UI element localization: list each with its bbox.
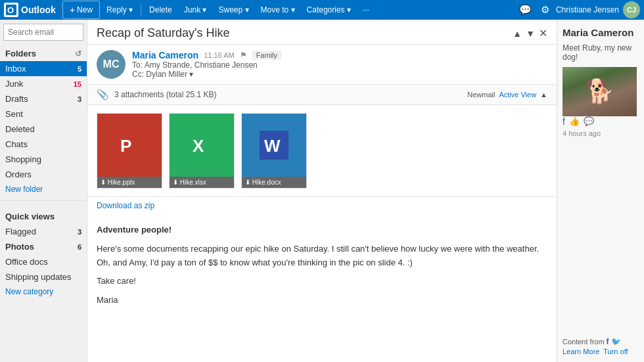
shopping-label: Shopping: [5, 154, 41, 164]
right-panel: Maria Cameron Meet Ruby, my new dog! f 👍…: [557, 20, 644, 362]
email-to: To: Amy Strande, Christiane Jensen: [132, 60, 547, 70]
categories-button[interactable]: Categories ▾: [302, 1, 356, 19]
attachment-pptx[interactable]: P ⬇ Hike.pptx: [97, 113, 162, 189]
flagged-badge: 3: [78, 228, 81, 236]
junk-button[interactable]: Junk ▾: [179, 1, 212, 19]
body-line4: Maria: [97, 294, 547, 307]
nav-down-button[interactable]: ▼: [526, 28, 535, 39]
junk-label: Junk: [5, 79, 23, 89]
refresh-icon[interactable]: ↺: [75, 49, 81, 58]
learn-more-link[interactable]: Learn More: [563, 348, 599, 355]
social-actions: f 👍 💬: [563, 116, 639, 127]
sidebar-item-flagged[interactable]: Flagged 3: [0, 224, 87, 239]
junk-label: Junk ▾: [184, 5, 207, 14]
svg-text:P: P: [120, 136, 131, 156]
pptx-icon: P: [97, 114, 162, 177]
sidebar-item-sent[interactable]: Sent: [0, 106, 87, 122]
main-layout: 🔍 Folders ↺ Inbox 5 Junk 15 Drafts 3 Sen…: [0, 20, 644, 362]
new-button[interactable]: + New: [62, 1, 100, 19]
email-time: 11:16 AM: [204, 51, 234, 59]
delete-label: Delete: [149, 5, 172, 14]
paperclip-icon: 📎: [97, 89, 109, 101]
folders-label: Folders: [5, 49, 36, 58]
facebook-small-icon: f: [607, 337, 609, 346]
inbox-badge: 5: [78, 65, 81, 73]
sender-avatar-inner: MC: [97, 50, 126, 79]
download-zip-link[interactable]: Download as zip: [87, 197, 557, 214]
new-category-link[interactable]: New category: [0, 284, 87, 299]
turn-off-link[interactable]: Turn off: [603, 348, 628, 355]
new-folder-link[interactable]: New folder: [0, 182, 87, 196]
footer-links: Learn More Turn off: [563, 348, 639, 355]
attachment-docx[interactable]: W ⬇ Hike.docx: [241, 113, 307, 189]
sidebar-item-deleted[interactable]: Deleted: [0, 122, 87, 137]
twitter-small-icon: 🐦: [611, 337, 621, 346]
outlook-icon: O: [4, 3, 18, 17]
sent-label: Sent: [5, 109, 23, 119]
sidebar-item-photos[interactable]: Photos 6: [0, 239, 87, 254]
facebook-icon[interactable]: f: [563, 116, 565, 127]
email-meta-details: Maria Cameron 11:16 AM ⚑ Family To: Amy …: [132, 50, 547, 79]
orders-label: Orders: [5, 170, 32, 179]
attachments-count: 3 attachments (total 25.1 KB): [114, 90, 216, 99]
xlsx-icon: X: [170, 114, 234, 177]
pptx-label: ⬇ Hike.pptx: [97, 177, 162, 188]
move-to-label: Move to ▾: [261, 5, 295, 14]
pptx-filename: Hike.pptx: [108, 179, 135, 186]
sidebar-item-office-docs[interactable]: Office docs: [0, 254, 87, 269]
sidebar-item-chats[interactable]: Chats: [0, 137, 87, 152]
chats-label: Chats: [5, 139, 28, 149]
person-name: Maria Cameron: [563, 26, 639, 39]
more-button[interactable]: ···: [357, 1, 375, 19]
email-body: Adventure people! Here's some documents …: [87, 214, 557, 322]
email-subject: Recap of Saturday's Hike: [97, 26, 230, 40]
body-line2: Here's some documents recapping our epic…: [97, 242, 547, 270]
sender-name[interactable]: Maria Cameron: [132, 50, 198, 60]
chevron-up-icon[interactable]: ▲: [540, 91, 547, 99]
app-name: Outlook: [21, 5, 56, 15]
reply-button[interactable]: Reply ▾: [101, 1, 138, 19]
email-category: Family: [252, 51, 281, 60]
move-to-button[interactable]: Move to ▾: [256, 1, 300, 19]
email-cc[interactable]: Cc: Dylan Miller ▾: [132, 70, 547, 79]
sidebar-item-drafts[interactable]: Drafts 3: [0, 91, 87, 106]
sidebar-item-orders[interactable]: Orders: [0, 167, 87, 182]
svg-text:O: O: [7, 5, 14, 15]
like-icon[interactable]: 👍: [569, 116, 580, 126]
newmail-label: Newmail: [467, 91, 495, 99]
attachment-xlsx[interactable]: X ⬇ Hike.xlsx: [169, 113, 235, 189]
toolbar-divider-1: [141, 3, 141, 16]
download-icon-xlsx: ⬇: [173, 179, 180, 186]
office-docs-label: Office docs: [5, 257, 48, 267]
email-content-area: Recap of Saturday's Hike ▲ ▼ ✕ MC Maria …: [87, 20, 557, 362]
sidebar-item-junk[interactable]: Junk 15: [0, 76, 87, 91]
user-name: Christiane Jensen: [556, 5, 619, 14]
xlsx-label: ⬇ Hike.xlsx: [170, 177, 234, 188]
svg-text:W: W: [264, 136, 281, 156]
drafts-badge: 3: [78, 95, 81, 103]
toolbar-right: 💬 ⚙ Christiane Jensen CJ: [517, 1, 640, 18]
active-view-link[interactable]: Active View: [499, 91, 536, 99]
reply-label: Reply ▾: [106, 5, 133, 14]
sweep-button[interactable]: Sweep ▾: [213, 1, 254, 19]
attachments-left: 📎 3 attachments (total 25.1 KB): [97, 89, 216, 101]
flag-icon[interactable]: ⚑: [240, 51, 247, 60]
sidebar-item-inbox[interactable]: Inbox 5: [0, 61, 87, 76]
search-box[interactable]: 🔍: [3, 24, 83, 41]
flagged-label: Flagged: [5, 227, 36, 237]
sidebar-item-shopping[interactable]: Shopping: [0, 152, 87, 167]
sweep-label: Sweep ▾: [218, 5, 248, 14]
content-from-label: Content from: [563, 338, 605, 346]
comment-icon[interactable]: 💬: [584, 116, 594, 126]
nav-up-button[interactable]: ▲: [513, 28, 522, 39]
sidebar-divider: [0, 200, 87, 201]
more-label: ···: [363, 5, 369, 14]
sidebar-item-shipping[interactable]: Shipping updates: [0, 269, 87, 284]
delete-button[interactable]: Delete: [144, 1, 177, 19]
deleted-label: Deleted: [5, 124, 35, 134]
close-email-button[interactable]: ✕: [539, 27, 547, 39]
sender-line: Maria Cameron 11:16 AM ⚑ Family: [132, 50, 547, 60]
person-status: Meet Ruby, my new dog!: [563, 43, 639, 62]
chat-icon[interactable]: 💬: [517, 3, 534, 17]
settings-icon[interactable]: ⚙: [538, 3, 552, 17]
